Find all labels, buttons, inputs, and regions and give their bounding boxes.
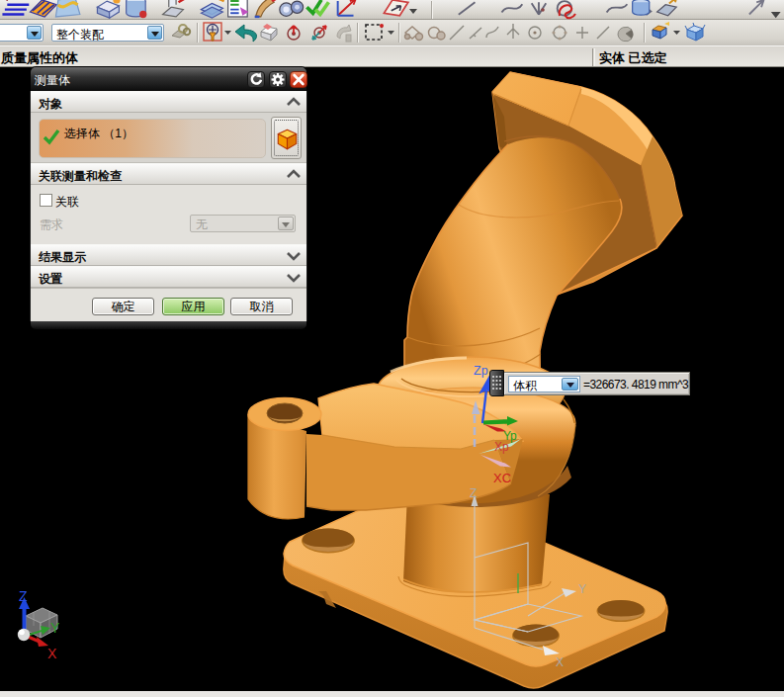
svg-text:Z: Z [19, 588, 28, 604]
svg-text:X: X [47, 646, 57, 661]
svg-text:Y: Y [50, 620, 60, 636]
svg-text:X: X [556, 655, 564, 669]
svg-text:Y: Y [578, 582, 586, 596]
svg-text:Z: Z [470, 486, 477, 500]
svg-text:Zp: Zp [474, 364, 488, 378]
svg-text:XC: XC [493, 471, 511, 485]
svg-text:Xp: Xp [494, 440, 509, 454]
